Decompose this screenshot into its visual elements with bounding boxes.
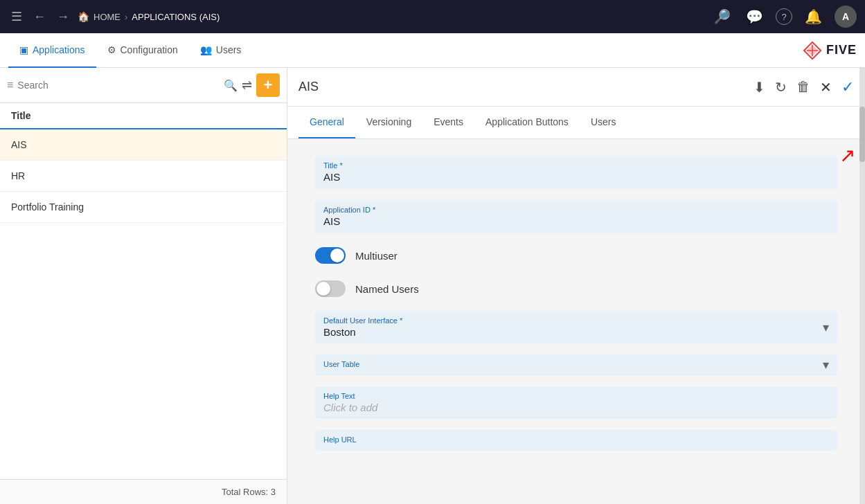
chat1-icon[interactable]: 🔎: [711, 6, 733, 28]
user-table-field[interactable]: User Table ▾: [315, 354, 837, 375]
filter-icon: ≡: [7, 79, 13, 91]
title-field: Title *: [315, 156, 837, 189]
scrollbar-thumb[interactable]: [859, 107, 865, 162]
configuration-icon: ⚙: [107, 44, 116, 55]
help-text-field[interactable]: Help Text Click to add: [315, 386, 837, 419]
title-label: Title *: [323, 161, 829, 170]
menu-icon[interactable]: ☰: [8, 6, 25, 27]
users-icon: 👥: [200, 44, 212, 55]
tab-events[interactable]: Events: [422, 107, 474, 138]
applications-label: Applications: [33, 44, 85, 55]
configuration-label: Configuration: [121, 44, 178, 55]
transfer-icon[interactable]: ⇌: [242, 78, 252, 93]
download-icon[interactable]: ⬇: [753, 79, 765, 96]
right-panel: AIS ⬇ ↻ 🗑 ✕ ✓ General Versioning Events …: [287, 68, 865, 504]
app-id-field: Application ID *: [315, 200, 837, 233]
user-table-label: User Table: [323, 360, 829, 368]
panel-actions: ⬇ ↻ 🗑 ✕ ✓: [753, 78, 854, 96]
refresh-icon[interactable]: ↻: [775, 79, 787, 96]
tab-applications[interactable]: ▣ Applications: [8, 33, 96, 68]
named-users-knob: [316, 282, 330, 296]
form-area: Title * Application ID * Multiuser: [287, 139, 865, 504]
breadcrumb-arrow: ›: [125, 12, 127, 22]
list-items: AIS HR Portfolio Training: [0, 129, 287, 479]
bell-icon[interactable]: 🔔: [802, 6, 825, 28]
help-icon[interactable]: ?: [776, 8, 792, 25]
help-text-value: Click to add: [323, 402, 829, 413]
users-label: Users: [216, 44, 242, 55]
home-link[interactable]: HOME: [93, 12, 121, 22]
help-text-label: Help Text: [323, 392, 829, 400]
second-navbar: ▣ Applications ⚙ Configuration 👥 Users F…: [0, 33, 865, 68]
list-header: Title: [0, 103, 287, 129]
default-ui-field[interactable]: Default User Interface * Boston ▾: [315, 311, 837, 343]
panel-tabs: General Versioning Events Application Bu…: [287, 107, 865, 139]
named-users-toggle[interactable]: [315, 280, 346, 297]
default-ui-value: Boston: [323, 326, 829, 338]
app-id-input[interactable]: [323, 215, 829, 227]
default-ui-label: Default User Interface *: [323, 316, 829, 325]
app-id-label: Application ID *: [323, 206, 829, 214]
tab-general[interactable]: General: [298, 107, 355, 138]
multiuser-knob: [330, 249, 344, 262]
multiuser-toggle[interactable]: [315, 247, 346, 264]
dropdown-arrow-icon: ▾: [823, 357, 829, 372]
close-icon[interactable]: ✕: [820, 79, 832, 96]
list-footer: Total Rows: 3: [0, 479, 287, 504]
panel-header: AIS ⬇ ↻ 🗑 ✕ ✓: [287, 68, 865, 107]
title-input[interactable]: [323, 171, 829, 183]
scrollbar[interactable]: [859, 68, 865, 504]
five-logo: FIVE: [803, 41, 857, 60]
search-icon[interactable]: 🔍: [224, 79, 238, 92]
list-item[interactable]: Portfolio Training: [0, 192, 287, 223]
chat2-icon[interactable]: 💬: [743, 6, 766, 28]
multiuser-row: Multiuser: [315, 244, 837, 267]
list-item[interactable]: HR: [0, 161, 287, 192]
forward-icon[interactable]: →: [54, 7, 72, 27]
current-page: APPLICATIONS (AIS): [132, 12, 220, 22]
dropdown-arrow-icon: ▾: [823, 320, 829, 335]
left-panel: ≡ 🔍 ⇌ + Title AIS HR Portfolio Training …: [0, 68, 287, 504]
nav-right-icons: 🔎 💬 ? 🔔 A: [711, 6, 857, 28]
right-panel-wrapper: AIS ⬇ ↻ 🗑 ✕ ✓ General Versioning Events …: [287, 68, 865, 504]
search-input[interactable]: [17, 80, 220, 91]
back-icon[interactable]: ←: [30, 7, 48, 27]
top-navbar: ☰ ← → 🏠 HOME › APPLICATIONS (AIS) 🔎 💬 ? …: [0, 0, 865, 33]
list-item[interactable]: AIS: [0, 129, 287, 161]
check-icon[interactable]: ✓: [841, 78, 854, 96]
help-url-field: Help URL: [315, 430, 837, 451]
tab-versioning[interactable]: Versioning: [355, 107, 422, 138]
named-users-label: Named Users: [355, 283, 419, 295]
tab-application-buttons[interactable]: Application Buttons: [474, 107, 580, 138]
delete-icon[interactable]: 🗑: [796, 79, 810, 95]
search-bar: ≡ 🔍 ⇌ +: [0, 68, 287, 103]
add-button[interactable]: +: [256, 73, 280, 97]
breadcrumb: 🏠 HOME › APPLICATIONS (AIS): [78, 11, 220, 22]
applications-icon: ▣: [19, 44, 28, 55]
tab-users[interactable]: Users: [580, 107, 627, 138]
tab-configuration[interactable]: ⚙ Configuration: [96, 33, 189, 68]
avatar[interactable]: A: [835, 6, 857, 28]
help-url-label: Help URL: [323, 435, 829, 444]
main-layout: ≡ 🔍 ⇌ + Title AIS HR Portfolio Training …: [0, 68, 865, 504]
named-users-row: Named Users: [315, 278, 837, 300]
panel-title: AIS: [298, 80, 753, 94]
multiuser-label: Multiuser: [355, 250, 398, 262]
tab-users[interactable]: 👥 Users: [189, 33, 253, 68]
